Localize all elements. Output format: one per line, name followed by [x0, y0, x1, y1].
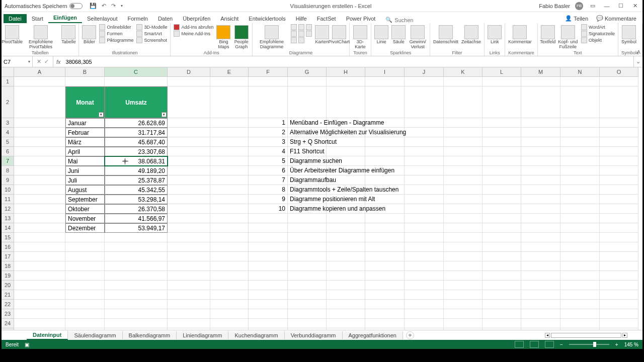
bilder-button[interactable]: Bilder [82, 24, 96, 45]
cell[interactable] [168, 319, 210, 328]
cell[interactable] [168, 281, 210, 290]
sheet-tab-dateninput[interactable]: Dateninput [27, 331, 68, 340]
cell[interactable] [444, 328, 482, 330]
cell[interactable] [168, 252, 210, 261]
cell[interactable] [65, 328, 105, 330]
cell[interactable]: F11 Shortcut [288, 147, 327, 156]
cell[interactable] [600, 118, 638, 128]
textfeld-button[interactable]: Textfeld [541, 24, 555, 45]
cell[interactable] [405, 319, 444, 328]
cell[interactable] [444, 118, 482, 128]
cell[interactable] [600, 214, 638, 223]
cell[interactable] [365, 156, 405, 166]
zeitachse-button[interactable]: Zeitachse [461, 24, 481, 45]
cell[interactable] [168, 86, 210, 118]
cell[interactable] [288, 233, 327, 242]
cell[interactable] [14, 175, 65, 185]
cell[interactable] [560, 137, 600, 147]
smartart-button[interactable]: SmartArt [136, 31, 167, 37]
cell[interactable] [14, 166, 65, 175]
row-header[interactable]: 24 [2, 319, 14, 328]
cell[interactable] [65, 233, 105, 242]
cell[interactable] [444, 242, 482, 252]
sheet-tab[interactable]: Kuchendiagramm [228, 331, 284, 339]
cell[interactable] [327, 233, 365, 242]
avatar[interactable]: FB [575, 2, 583, 10]
kopfzeile-button[interactable]: Kopf- und Fußzeile [558, 24, 578, 50]
cell[interactable] [560, 166, 600, 175]
cell[interactable]: Umsatz▾ [105, 86, 168, 118]
cell[interactable] [327, 328, 365, 330]
cell[interactable] [405, 290, 444, 300]
cell[interactable]: Juli [65, 175, 105, 185]
cell[interactable] [560, 77, 600, 86]
cell[interactable] [444, 166, 482, 175]
row-header[interactable]: 25 [2, 328, 14, 330]
cell[interactable] [600, 233, 638, 242]
cell[interactable] [600, 137, 638, 147]
cell[interactable] [288, 214, 327, 223]
column-header[interactable]: I [365, 67, 405, 77]
objekt-button[interactable]: Objekt [581, 37, 615, 43]
cell[interactable] [249, 252, 288, 261]
screenshot-button[interactable]: Screenshot [136, 37, 167, 43]
cell[interactable] [365, 271, 405, 281]
cell[interactable] [105, 300, 168, 309]
row-header[interactable]: 5 [2, 137, 14, 147]
cell[interactable] [14, 128, 65, 137]
tab-entwicklertools[interactable]: Entwicklertools [244, 14, 290, 23]
cell[interactable] [168, 77, 210, 86]
cell[interactable] [560, 175, 600, 185]
cell[interactable] [105, 319, 168, 328]
cell[interactable] [560, 309, 600, 319]
cell[interactable] [405, 195, 444, 204]
zoom-slider[interactable] [569, 344, 609, 345]
cell[interactable] [14, 233, 65, 242]
cell[interactable] [600, 290, 638, 300]
cell[interactable] [365, 223, 405, 233]
cell[interactable] [444, 185, 482, 195]
cell[interactable] [288, 319, 327, 328]
cell[interactable] [560, 319, 600, 328]
cell[interactable] [14, 137, 65, 147]
cell[interactable] [482, 77, 521, 86]
row-header[interactable]: 18 [2, 261, 14, 271]
chart-stat-button[interactable] [291, 37, 312, 43]
cell[interactable] [288, 290, 327, 300]
cell[interactable] [249, 242, 288, 252]
cell[interactable] [444, 204, 482, 214]
cell[interactable] [14, 147, 65, 156]
cell[interactable] [14, 223, 65, 233]
cell[interactable] [560, 290, 600, 300]
empfohlene-diagramme-button[interactable]: Empfohlene Diagramme [256, 24, 288, 50]
cell[interactable] [168, 261, 210, 271]
cell[interactable] [365, 319, 405, 328]
row-header[interactable]: 16 [2, 242, 14, 252]
cell[interactable] [560, 204, 600, 214]
cell[interactable] [560, 261, 600, 271]
cell[interactable] [105, 290, 168, 300]
cell[interactable] [600, 147, 638, 156]
cell[interactable] [365, 233, 405, 242]
sparkline-gewinn-button[interactable]: Gewinn/ Verlust [409, 24, 427, 50]
cell[interactable] [288, 328, 327, 330]
cell[interactable] [65, 252, 105, 261]
cell[interactable] [210, 319, 249, 328]
cell[interactable] [482, 281, 521, 290]
cell[interactable] [249, 233, 288, 242]
cell[interactable] [521, 319, 560, 328]
cell[interactable] [168, 195, 210, 204]
search-input[interactable] [394, 17, 435, 23]
cell[interactable] [14, 77, 65, 86]
cell[interactable] [210, 300, 249, 309]
cell[interactable] [600, 328, 638, 330]
cell[interactable] [288, 309, 327, 319]
cell[interactable] [365, 261, 405, 271]
cell[interactable] [521, 166, 560, 175]
cell[interactable] [405, 309, 444, 319]
cell[interactable] [14, 252, 65, 261]
formen-button[interactable]: Formen [99, 31, 133, 37]
cell[interactable] [168, 156, 210, 166]
people-graph-button[interactable]: People Graph [233, 24, 249, 50]
sheet-tab[interactable]: Säulendiagramm [68, 331, 122, 339]
